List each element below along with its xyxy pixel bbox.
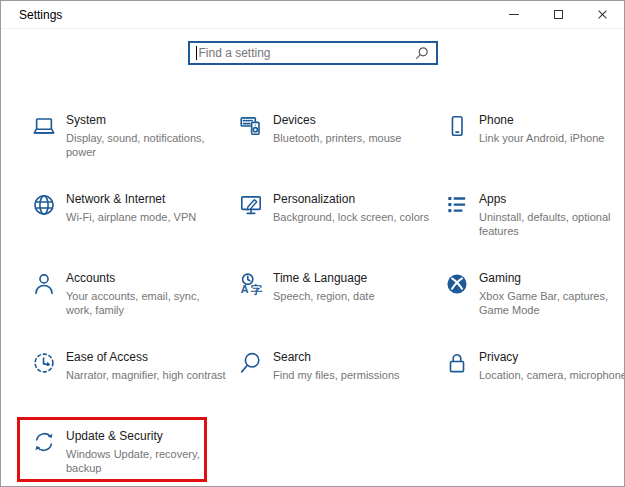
- tile-time-language[interactable]: A 字 Time & Language Speech, region, date: [238, 267, 444, 346]
- tile-devices[interactable]: Devices Bluetooth, printers, mouse: [238, 109, 444, 188]
- category-desc: Link your Android, iPhone: [479, 131, 625, 145]
- lock-icon: [444, 350, 470, 376]
- category-desc: Xbox Game Bar, captures, Game Mode: [479, 289, 625, 317]
- window-title: Settings: [1, 8, 492, 22]
- xbox-icon: [444, 271, 470, 297]
- maximize-button[interactable]: [536, 1, 580, 29]
- category-title: Gaming: [479, 271, 625, 286]
- devices-icon: [238, 113, 264, 139]
- minimize-icon: [509, 14, 519, 15]
- close-icon: [597, 9, 608, 20]
- tile-gaming[interactable]: Gaming Xbox Game Bar, captures, Game Mod…: [444, 267, 625, 346]
- globe-icon: [31, 192, 57, 218]
- category-desc: Display, sound, notifications, power: [66, 131, 226, 159]
- category-desc: Find my files, permissions: [273, 368, 433, 382]
- category-title: Personalization: [273, 192, 433, 207]
- ease-of-access-icon: [31, 350, 57, 376]
- category-desc: Your accounts, email, sync, work, family: [66, 289, 226, 317]
- search-icon: [238, 350, 264, 376]
- category-title: Ease of Access: [66, 350, 226, 365]
- category-desc: Location, camera, microphone: [479, 368, 625, 382]
- category-desc: Bluetooth, printers, mouse: [273, 131, 433, 145]
- tile-apps[interactable]: Apps Uninstall, defaults, optional featu…: [444, 188, 625, 267]
- svg-text:字: 字: [250, 283, 262, 296]
- settings-window: Settings Find a setting: [0, 0, 625, 487]
- category-title: Time & Language: [273, 271, 433, 286]
- title-bar: Settings: [1, 1, 624, 29]
- category-title: Devices: [273, 113, 433, 128]
- personalization-icon: [238, 192, 264, 218]
- category-desc: Windows Update, recovery, backup: [66, 447, 226, 475]
- category-desc: Wi-Fi, airplane mode, VPN: [66, 210, 226, 224]
- category-grid: System Display, sound, notifications, po…: [1, 109, 624, 487]
- phone-icon: [444, 113, 470, 139]
- category-title: Accounts: [66, 271, 226, 286]
- search-input[interactable]: Find a setting: [188, 41, 438, 65]
- category-desc: Background, lock screen, colors: [273, 210, 433, 224]
- category-title: Update & Security: [66, 429, 226, 444]
- category-title: Apps: [479, 192, 625, 207]
- clock-language-icon: A 字: [238, 271, 264, 297]
- search-placeholder: Find a setting: [199, 46, 415, 60]
- tile-network-internet[interactable]: Network & Internet Wi-Fi, airplane mode,…: [31, 188, 238, 267]
- tile-personalization[interactable]: Personalization Background, lock screen,…: [238, 188, 444, 267]
- category-desc: Speech, region, date: [273, 289, 433, 303]
- category-title: System: [66, 113, 226, 128]
- sync-icon: [31, 429, 57, 455]
- laptop-icon: [31, 113, 57, 139]
- svg-text:A: A: [241, 283, 249, 295]
- search-area: Find a setting: [1, 29, 624, 65]
- tile-update-security[interactable]: Update & Security Windows Update, recove…: [31, 425, 238, 487]
- tile-phone[interactable]: Phone Link your Android, iPhone: [444, 109, 625, 188]
- tile-ease-of-access[interactable]: Ease of Access Narrator, magnifier, high…: [31, 346, 238, 425]
- tile-search[interactable]: Search Find my files, permissions: [238, 346, 444, 425]
- category-title: Privacy: [479, 350, 625, 365]
- maximize-icon: [554, 10, 563, 19]
- category-desc: Narrator, magnifier, high contrast: [66, 368, 226, 382]
- tile-privacy[interactable]: Privacy Location, camera, microphone: [444, 346, 625, 425]
- minimize-button[interactable]: [492, 1, 536, 29]
- close-button[interactable]: [580, 1, 624, 29]
- apps-list-icon: [444, 192, 470, 218]
- text-caret: [196, 46, 197, 60]
- category-title: Search: [273, 350, 433, 365]
- magnifier-icon[interactable]: [415, 46, 429, 60]
- category-title: Phone: [479, 113, 625, 128]
- person-icon: [31, 271, 57, 297]
- category-desc: Uninstall, defaults, optional features: [479, 210, 625, 238]
- tile-accounts[interactable]: Accounts Your accounts, email, sync, wor…: [31, 267, 238, 346]
- category-title: Network & Internet: [66, 192, 226, 207]
- tile-system[interactable]: System Display, sound, notifications, po…: [31, 109, 238, 188]
